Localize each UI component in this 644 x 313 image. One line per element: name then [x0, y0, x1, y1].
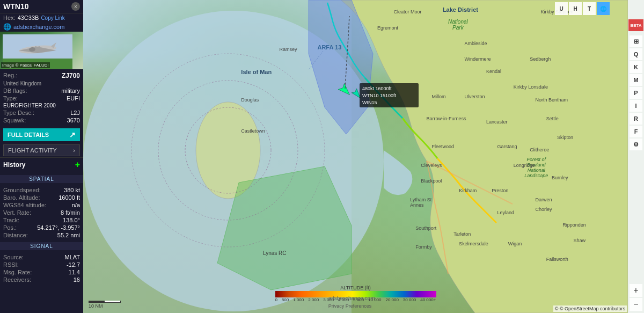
msg-rate-value: 11.4 — [69, 269, 80, 275]
baro-alt-value: 16000 ft — [58, 194, 80, 201]
groundspeed-label: Groundspeed: — [3, 187, 41, 193]
map-area[interactable]: 480kt 16000ft WTN10 15100ft WIN15 Lake D… — [83, 0, 628, 313]
reg-row: Reg.: ZJ700 — [3, 71, 80, 80]
scale-label: 10 NM — [89, 303, 103, 309]
signal-title: SIGNAL — [0, 242, 83, 250]
track-label: Track: — [3, 217, 19, 223]
zoom-in-button[interactable]: + — [630, 284, 642, 297]
country-row: United Kingdom — [3, 80, 80, 87]
privacy-link[interactable]: Privacy Preferences — [328, 303, 372, 309]
svg-text:WTN10  15100ft: WTN10 15100ft — [362, 93, 397, 98]
p-button[interactable]: P — [630, 87, 642, 99]
typedesc-label: Type Desc.: — [3, 110, 34, 116]
aircraft-image-placeholder: Image © Pascal FALUDI — [0, 32, 83, 69]
h-button[interactable]: H — [569, 2, 582, 15]
hex-value: 43C33B — [18, 14, 39, 21]
left-panel: WTN10 × Hex: 43C33B Copy Link 🌐 adsbexch… — [0, 0, 83, 313]
wgs84-value: n/a — [72, 202, 80, 208]
altitude-label: ALTITUDE (ft) — [340, 285, 370, 290]
distance-label: Distance: — [3, 232, 28, 238]
spatial-section: Groundspeed: 380 kt Baro. Altitude: 1600… — [0, 184, 83, 241]
squawk-value: 3670 — [67, 117, 80, 123]
map-svg: 480kt 16000ft WTN10 15100ft WIN15 — [83, 0, 628, 313]
copy-link-button[interactable]: Copy Link — [41, 15, 64, 21]
track-value: 138.0° — [63, 217, 80, 223]
receivers-label: Receivers: — [3, 276, 31, 283]
squawk-row: Squawk: 3670 — [3, 117, 80, 124]
image-credit: Image © Pascal FALUDI — [1, 62, 50, 68]
scale-line — [89, 301, 121, 303]
q-button[interactable]: Q — [630, 48, 642, 60]
wgs84-row: WGS84 altitude: n/a — [3, 201, 80, 209]
source-row: 🌐 adsbexchange.com — [0, 22, 83, 32]
u-button[interactable]: U — [555, 2, 568, 15]
spatial-title: SPATIAL — [0, 175, 83, 183]
history-add-button[interactable]: + — [75, 160, 80, 170]
callsign: WTN10 — [3, 2, 28, 11]
adsb-watermark: adsbexchange.com — [328, 295, 375, 301]
source-link[interactable]: adsbexchange.com — [13, 24, 64, 30]
history-title: History — [3, 161, 25, 169]
svg-text:WIN15: WIN15 — [362, 100, 377, 105]
msg-rate-row: Msg. Rate: 11.4 — [3, 268, 80, 276]
globe-icon: 🌐 — [3, 23, 11, 31]
model-row: EUROFIGHTER 2000 — [3, 102, 80, 109]
receivers-value: 16 — [74, 276, 80, 283]
map-attribution: © © OpenStreetMap contributors — [553, 305, 627, 312]
source-signal-value: MLAT — [64, 254, 80, 260]
hex-row: Hex: 43C33B Copy Link — [0, 13, 83, 22]
type-value: EUFI — [67, 95, 80, 101]
model-value: EUROFIGHTER 2000 — [3, 103, 56, 108]
signal-section: Source: MLAT RSSI: -12.7 Msg. Rate: 11.4… — [0, 251, 83, 286]
close-button[interactable]: × — [71, 2, 80, 11]
typedesc-row: Type Desc.: L2J — [3, 109, 80, 117]
globe-map-button[interactable]: 🌐 — [597, 2, 610, 15]
rssi-value: -12.7 — [67, 261, 80, 268]
rssi-row: RSSI: -12.7 — [3, 261, 80, 268]
settings-button[interactable]: ⚙ — [630, 139, 642, 150]
groundspeed-row: Groundspeed: 380 kt — [3, 186, 80, 194]
distance-value: 55.2 nmi — [57, 232, 80, 238]
flight-activity-button[interactable]: FLIGHT ACTIVITY › — [3, 144, 80, 156]
top-bar-buttons: U H T 🌐 — [555, 2, 610, 15]
rssi-label: RSSI: — [3, 261, 19, 268]
dbflags-label: DB flags: — [3, 88, 27, 94]
reg-value: ZJ700 — [62, 72, 80, 79]
country-value: United Kingdom — [3, 81, 41, 86]
baro-alt-row: Baro. Altitude: 16000 ft — [3, 194, 80, 201]
pos-row: Pos.: 54.217°, -3.957° — [3, 224, 80, 231]
right-sidebar: BETA ⊞ Q K M P I R F ⚙ + − — [628, 0, 644, 313]
source-signal-label: Source: — [3, 254, 24, 260]
hex-label: Hex: — [3, 14, 16, 21]
svg-text:480kt  16000ft: 480kt 16000ft — [362, 86, 392, 91]
type-row: Type: EUFI — [3, 94, 80, 102]
vert-rate-value: 8 ft/min — [61, 209, 80, 216]
history-header: History + — [3, 160, 80, 170]
receivers-row: Receivers: 16 — [3, 276, 80, 283]
m-button[interactable]: M — [630, 74, 642, 86]
f-button[interactable]: F — [630, 126, 642, 137]
beta-button[interactable]: BETA — [628, 19, 643, 31]
scale-bar: 10 NM — [89, 301, 121, 309]
r-button[interactable]: R — [630, 113, 642, 125]
history-section: History + — [0, 157, 83, 174]
i-button[interactable]: I — [630, 100, 642, 112]
app: WTN10 × Hex: 43C33B Copy Link 🌐 adsbexch… — [0, 0, 644, 313]
dbflags-row: DB flags: military — [3, 87, 80, 94]
track-row: Track: 138.0° — [3, 216, 80, 224]
baro-alt-label: Baro. Altitude: — [3, 194, 40, 201]
vert-rate-label: Vert. Rate: — [3, 209, 31, 216]
msg-rate-label: Msg. Rate: — [3, 269, 32, 275]
aircraft-image: Image © Pascal FALUDI — [0, 32, 83, 69]
attribution-text: © OpenStreetMap contributors — [560, 306, 625, 311]
groundspeed-value: 380 kt — [64, 187, 80, 193]
distance-row: Distance: 55.2 nmi — [3, 231, 80, 239]
full-details-button[interactable]: FULL DETAILS ↗ — [3, 128, 80, 141]
panel-header: WTN10 × — [0, 0, 83, 13]
source-signal-row: Source: MLAT — [3, 253, 80, 261]
dbflags-value: military — [61, 88, 80, 94]
t-button[interactable]: T — [583, 2, 596, 15]
layers-button[interactable]: ⊞ — [630, 35, 642, 47]
k-button[interactable]: K — [630, 61, 642, 73]
zoom-out-button[interactable]: − — [630, 298, 642, 311]
